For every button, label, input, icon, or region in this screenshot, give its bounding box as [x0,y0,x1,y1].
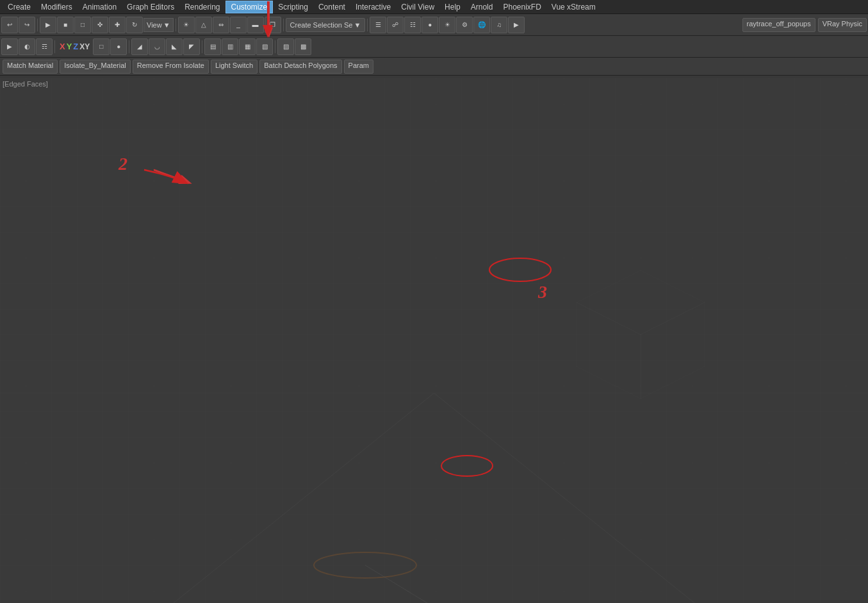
separator-8 [275,40,275,53]
viewport-background [0,78,868,603]
select-all-button[interactable]: ▶ [1,38,18,55]
menu-customize[interactable]: Customize [225,1,274,13]
separator-4 [367,19,368,31]
separator-5 [54,40,55,53]
context-toolbar: Match Material Isolate_By_Material Remov… [0,58,868,76]
scale-button[interactable]: △ [195,17,212,33]
raytrace-popups-button[interactable]: raytrace_off_popups [742,18,815,32]
remove-from-isolate-button[interactable]: Remove From Isolate [133,60,209,74]
menu-create[interactable]: Create [3,1,36,13]
effects-button[interactable]: ♫ [491,17,507,33]
extra-btn1[interactable]: ▨ [277,38,294,55]
y-axis-label[interactable]: Y [67,42,72,51]
menu-graph-editors[interactable]: Graph Editors [122,1,179,13]
transform-button[interactable]: ✜ [92,17,108,33]
separator-2 [176,19,176,31]
env-button[interactable]: 🌐 [473,17,490,33]
link-button[interactable]: ☶ [36,38,53,55]
render-button[interactable]: ☀ [439,17,455,33]
angle-snap-button[interactable]: ◡ [149,38,165,55]
menu-civil-view[interactable]: Civil View [396,1,439,13]
menu-animation[interactable]: Animation [78,1,122,13]
align-button[interactable]: ⎯ [230,17,247,33]
select-button[interactable]: ▶ [40,17,56,33]
vray-physic-button[interactable]: VRay Physic [818,18,867,32]
create-selection-arrow-icon: ▼ [354,21,361,29]
param-button[interactable]: Param [344,60,373,74]
x-axis-label[interactable]: X [60,42,65,51]
window-crossing-button[interactable]: □ [74,17,91,33]
percent-snap-button[interactable]: ◣ [166,38,183,55]
layer-button[interactable]: ☰ [370,17,386,33]
track-view-button[interactable]: ☍ [387,17,404,33]
separator-3 [283,19,284,31]
toolbar-main: ↩ ↪ ▶ ■ □ ✜ ✚ ↻ View ▼ ☀ △ ⇔ ⎯ ▬ ❐ Creat… [0,14,868,36]
grid-snap-button[interactable]: ◢ [131,38,148,55]
z-axis-label[interactable]: Z [73,42,78,51]
separator-7 [202,40,202,53]
render-setup-button[interactable]: ⚙ [456,17,473,33]
redo-button[interactable]: ↪ [19,17,35,33]
clone-button[interactable]: ❐ [265,17,281,33]
menu-content[interactable]: Content [313,1,350,13]
view-dropdown[interactable]: View ▼ [143,18,174,32]
spinner-snap-button[interactable]: ◤ [183,38,200,55]
pivot-button[interactable]: ● [110,38,127,55]
schematic-button[interactable]: ☷ [404,17,421,33]
match-material-button[interactable]: Match Material [3,60,58,74]
menu-modifiers[interactable]: Modifiers [36,1,78,13]
create-selection-button[interactable]: Create Selection Se ▼ [286,18,366,32]
batch-detach-button[interactable]: Batch Detach Polygons [259,60,341,74]
menu-bar: Create Modifiers Animation Graph Editors… [0,0,868,14]
material-button[interactable]: ● [422,17,438,33]
select-region-button[interactable]: ■ [57,17,74,33]
separator-6 [129,40,129,53]
mirror-button[interactable]: ⇔ [213,17,229,33]
light-switch-button[interactable]: Light Switch [211,60,258,74]
move-button[interactable]: ✚ [109,17,126,33]
named-sel-button[interactable]: ▤ [204,38,221,55]
menu-arnold[interactable]: Arnold [466,1,498,13]
isolate-button[interactable]: ▥ [222,38,238,55]
ram-player-button[interactable]: ▶ [508,17,525,33]
xy-axis-label[interactable]: XY [79,42,90,51]
isolate-by-material-button[interactable]: Isolate_By_Material [60,60,131,74]
toolbar-transform: ▶ ◐ ☶ X Y Z XY □ ● ◢ ◡ ◣ ◤ ▤ ▥ ▦ ▧ ▨ ▩ [0,36,868,58]
snap-button[interactable]: ☀ [178,17,195,33]
menu-rendering[interactable]: Rendering [179,1,225,13]
wire-param-button[interactable]: ▦ [239,38,256,55]
undo-button[interactable]: ↩ [1,17,18,33]
extra-btn2[interactable]: ▩ [295,38,311,55]
menu-scripting[interactable]: Scripting [273,1,313,13]
dropdown-arrow-icon: ▼ [163,21,170,29]
menu-help[interactable]: Help [439,1,466,13]
svg-rect-0 [0,78,868,603]
create-selection-label: Create Selection Se [290,21,353,29]
spacing-button[interactable]: ▬ [247,17,264,33]
menu-vue-xstream[interactable]: Vue xStream [546,1,601,13]
menu-interactive[interactable]: Interactive [350,1,396,13]
separator-1 [37,19,38,31]
react-manager-button[interactable]: ▧ [256,38,273,55]
rotate-button[interactable]: ↻ [126,17,143,33]
select-filter-button[interactable]: ◐ [19,38,35,55]
menu-phoenixfd[interactable]: PhoenixFD [498,1,546,13]
coordinate-system-button[interactable]: □ [93,38,110,55]
